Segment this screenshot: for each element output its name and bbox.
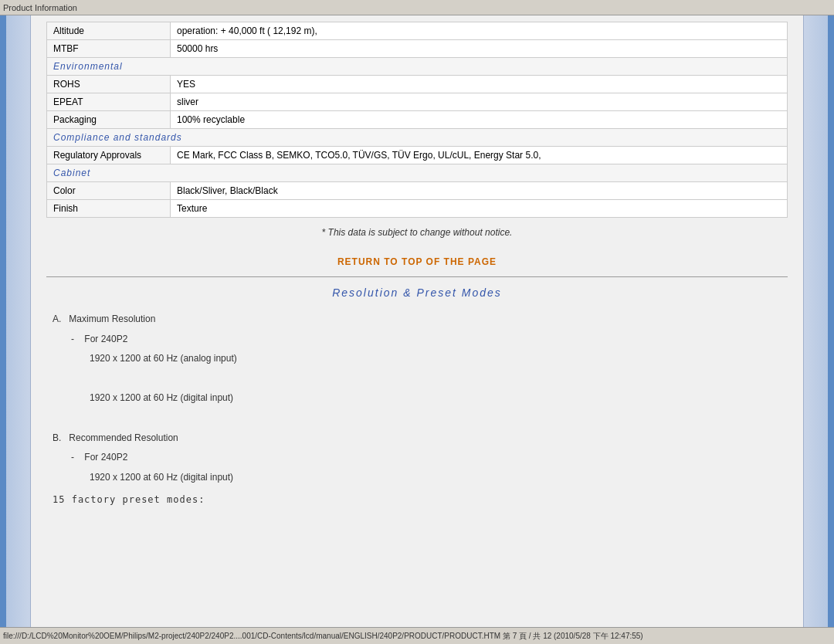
return-to-top-section: RETURN TO TOP OF THE PAGE [46, 247, 788, 273]
table-row: EPEAT sliver [47, 93, 788, 111]
resolution-subitem-dash-b: - For 240P2 [71, 449, 781, 466]
spec-table: Altitude operation: + 40,000 ft ( 12,192… [46, 22, 788, 218]
table-row: Finish Texture [47, 200, 788, 218]
row-label: EPEAT [47, 93, 171, 111]
table-row: MTBF 50000 hrs [47, 40, 788, 58]
row-label: Color [47, 182, 171, 200]
browser-title-bar: Product Information [0, 0, 834, 15]
right-sidebar [803, 15, 834, 627]
table-row: ROHS YES [47, 76, 788, 93]
row-value: Texture [171, 200, 788, 218]
cabinet-header-text: Cabinet [53, 168, 90, 178]
resolution-blank-line-a [90, 371, 781, 388]
right-accent-bar [828, 15, 834, 627]
resolution-analog-input: 1920 x 1200 at 60 Hz (analog input) [90, 351, 781, 368]
row-value: operation: + 40,000 ft ( 12,192 m), [171, 22, 788, 40]
row-value: YES [171, 76, 788, 93]
environmental-header-row: Environmental [47, 58, 788, 76]
resolution-content: A. Maximum Resolution - For 240P2 1920 x… [46, 311, 788, 509]
table-row: Regulatory Approvals CE Mark, FCC Class … [47, 147, 788, 164]
environmental-header-text: Environmental [53, 61, 123, 72]
row-label: Packaging [47, 111, 171, 129]
resolution-item-a-letter: A. Maximum Resolution [53, 314, 155, 324]
row-label: Finish [47, 200, 171, 218]
resolution-item-b-letter: B. Recommended Resolution [53, 432, 178, 443]
resolution-blank-line-b [53, 410, 781, 427]
row-value: 100% recyclable [171, 111, 788, 129]
compliance-header-row: Compliance and standards [47, 129, 788, 147]
resolution-digital-input-a: 1920 x 1200 at 60 Hz (digital input) [90, 390, 781, 407]
row-value: 50000 hrs [171, 40, 788, 58]
row-label: Altitude [47, 22, 171, 40]
content-area[interactable]: Altitude operation: + 40,000 ft ( 12,192… [31, 15, 803, 627]
row-value: CE Mark, FCC Class B, SEMKO, TCO5.0, TÜV… [171, 147, 788, 164]
table-row: Packaging 100% recyclable [47, 111, 788, 129]
resolution-item-a-label: A. Maximum Resolution [53, 311, 781, 328]
content-inner: Altitude operation: + 40,000 ft ( 12,192… [31, 15, 803, 527]
section-divider [46, 276, 788, 277]
notice-text: * This data is subject to change without… [46, 218, 788, 247]
row-value: sliver [171, 93, 788, 111]
resolution-digital-input-b: 1920 x 1200 at 60 Hz (digital input) [90, 469, 781, 486]
row-value: Black/Sliver, Black/Black [171, 182, 788, 200]
row-label: ROHS [47, 76, 171, 93]
status-url: file:///D:/LCD%20Monitor%20OEM/Philips/M… [3, 631, 643, 642]
table-row: Altitude operation: + 40,000 ft ( 12,192… [47, 22, 788, 40]
status-bar: file:///D:/LCD%20Monitor%20OEM/Philips/M… [0, 627, 834, 644]
page-title: Product Information [3, 3, 77, 12]
main-layout: Altitude operation: + 40,000 ft ( 12,192… [0, 15, 834, 627]
left-accent-bar [0, 15, 6, 627]
row-label: MTBF [47, 40, 171, 58]
resolution-item-b-label: B. Recommended Resolution [53, 430, 781, 447]
resolution-subitem-dash-a: - For 240P2 [71, 331, 781, 348]
left-sidebar [0, 15, 31, 627]
row-label: Regulatory Approvals [47, 147, 171, 164]
cabinet-header-row: Cabinet [47, 164, 788, 182]
factory-preset-modes: 15 factory preset modes: [53, 492, 781, 509]
compliance-header-text: Compliance and standards [53, 132, 182, 143]
return-to-top-link[interactable]: RETURN TO TOP OF THE PAGE [337, 256, 497, 267]
table-row: Color Black/Sliver, Black/Black [47, 182, 788, 200]
resolution-title: Resolution & Preset Modes [46, 286, 788, 299]
